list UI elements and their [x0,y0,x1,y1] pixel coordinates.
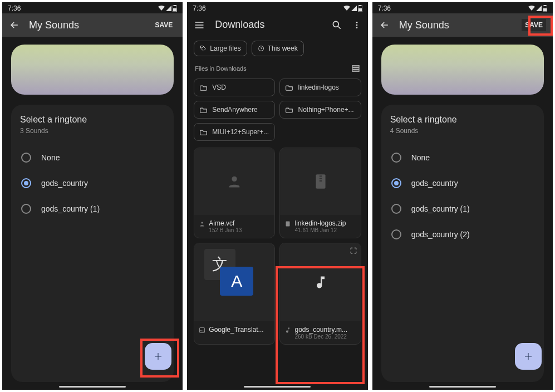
ringtone-option[interactable]: gods_country (1) [390,196,535,222]
app-bar: My Sounds SAVE [372,13,553,37]
chip-label: Large files [210,45,240,52]
ringtone-label: None [41,153,60,162]
svg-rect-21 [200,328,205,333]
ringtone-option[interactable]: gods_country [390,170,535,196]
phone-screen-1: 7:36 My Sounds SAVE Select a ringtone 3 … [2,2,183,390]
status-icons [158,5,177,12]
folder-item[interactable]: MIUI+12+Super+... [194,123,275,141]
folder-item[interactable]: SendAnywhere [194,101,275,119]
svg-rect-17 [319,175,321,177]
ringtone-option[interactable]: gods_country [20,170,165,196]
app-bar: My Sounds SAVE [2,13,183,37]
folder-icon [286,84,293,91]
status-icons [343,5,362,12]
status-bar: 7:36 [2,2,183,13]
radio-icon [391,178,401,188]
svg-rect-19 [319,180,321,182]
radio-icon [21,204,31,214]
back-icon[interactable] [9,19,20,31]
page-title: My Sounds [399,19,513,31]
search-icon[interactable] [331,19,342,31]
tag-icon [200,45,207,52]
status-bar: 7:36 [187,2,367,13]
folder-icon [200,129,208,135]
radio-icon [391,153,401,163]
svg-point-6 [333,21,338,27]
save-button[interactable]: SAVE [152,19,176,31]
folder-icon [200,106,208,113]
ringtone-option[interactable]: None [20,145,165,170]
file-name: Aime.vcf [209,219,270,227]
file-detail: 152 B Jan 13 [209,227,270,233]
section-label: Files in Downloads [195,65,246,72]
phone-screen-2: 7:36 Downloads Large files This week Fil… [187,2,367,390]
ringtone-option[interactable]: None [390,145,535,170]
svg-point-14 [232,177,237,182]
gradient-header-card [381,45,544,95]
file-preview [194,148,274,215]
gradient-header-card [11,45,174,95]
chip-this-week[interactable]: This week [252,41,304,56]
add-fab[interactable] [515,343,542,370]
status-time: 7:36 [378,4,391,12]
more-icon[interactable] [352,19,361,31]
battery-icon [358,5,362,12]
radio-icon [391,229,401,239]
status-icons [528,5,547,12]
battery-icon [173,5,177,12]
phone-screen-3: 7:36 My Sounds SAVE Select a ringtone 4 … [372,2,553,390]
select-header: Select a ringtone [20,115,165,125]
ringtone-option[interactable]: gods_country (1) [20,196,165,222]
svg-rect-23 [543,8,547,11]
home-indicator[interactable] [244,386,311,388]
sounds-count: 3 Sounds [20,127,165,135]
svg-rect-24 [544,5,546,6]
ringtone-label: gods_country [411,179,458,188]
signal-icon [166,6,171,11]
file-name: Google_Translat... [209,326,270,334]
svg-rect-1 [173,8,176,11]
svg-rect-12 [352,68,359,70]
expand-icon[interactable] [350,247,357,254]
home-indicator[interactable] [59,386,126,388]
svg-rect-5 [359,5,361,6]
chip-large-files[interactable]: Large files [194,41,247,56]
zip-icon [313,173,328,190]
ringtone-label: gods_country (1) [41,204,100,213]
file-card[interactable]: Aime.vcf 152 B Jan 13 [194,148,275,238]
file-name: linkedin-logos.zip [294,219,356,227]
status-bar: 7:36 [372,2,553,13]
menu-icon[interactable] [194,19,205,31]
battery-icon [543,5,547,12]
view-toggle-icon[interactable] [351,64,360,73]
file-preview: 文 A [194,243,274,321]
page-title: My Sounds [29,19,143,31]
status-time: 7:36 [193,4,205,12]
back-icon[interactable] [379,19,390,31]
section-header: Files in Downloads [187,61,367,76]
radio-icon [391,204,401,214]
file-card[interactable]: 文 A Google_Translat... [194,243,275,345]
folder-label: Nothing+Phone+... [298,106,353,114]
person-icon [227,174,242,189]
folder-item[interactable]: Nothing+Phone+... [279,101,361,119]
translate-thumbnail: 文 A [194,243,274,321]
highlight-save [528,16,553,36]
folder-label: SendAnywhere [212,106,257,114]
folder-item[interactable]: linkedin-logos [279,79,361,96]
wifi-icon [158,6,165,11]
wifi-icon [528,6,535,11]
status-time: 7:36 [8,4,21,12]
folder-item[interactable]: VSD [194,79,275,96]
file-card[interactable]: linkedin-logos.zip 41.61 MB Jan 12 [279,148,361,238]
ringtone-label: gods_country (2) [411,230,470,239]
zip-small-icon [284,220,291,227]
file-preview [280,148,360,215]
home-indicator[interactable] [429,386,496,388]
ringtone-option[interactable]: gods_country (2) [390,222,535,247]
page-title: Downloads [215,19,321,31]
signal-icon [351,6,357,11]
svg-point-8 [356,24,357,26]
radio-icon [21,178,31,188]
svg-point-9 [356,27,357,28]
